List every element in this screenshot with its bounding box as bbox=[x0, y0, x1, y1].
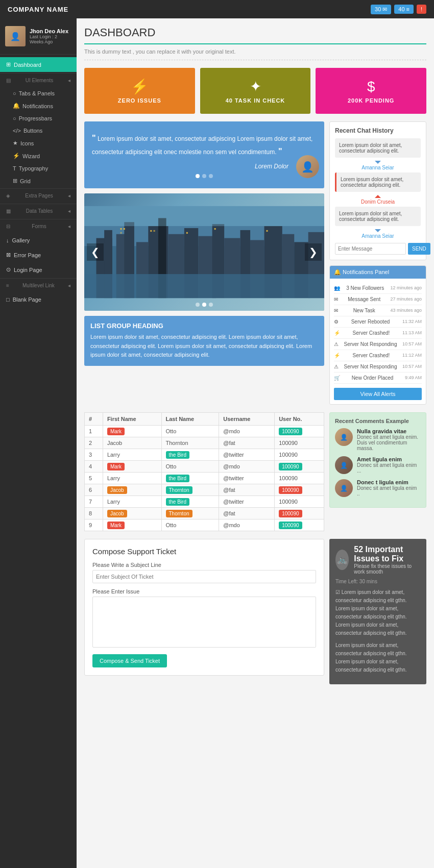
cell-lastname: Otto bbox=[161, 519, 219, 531]
tables-label: Data Tables bbox=[26, 208, 53, 214]
mail-icon-button[interactable]: 30 ✉ bbox=[371, 5, 391, 14]
sidebar-item-typography[interactable]: T Typography bbox=[0, 162, 77, 175]
sidebar-item-tabs[interactable]: ○ Tabs & Panels bbox=[0, 87, 77, 100]
top-header: COMPANY NAME 30 ✉ 40 ≡ ! bbox=[0, 0, 434, 18]
view-all-alerts-button[interactable]: View All Alerts bbox=[334, 388, 422, 400]
carousel-next[interactable]: ❯ bbox=[305, 243, 322, 261]
sidebar-section-multilevel[interactable]: ≡ Multilevel Link ◂ bbox=[0, 278, 77, 292]
sidebar-section-forms[interactable]: ⊟ Forms ◂ bbox=[0, 219, 77, 233]
notif-icon-5: ⚡ bbox=[334, 330, 340, 336]
sidebar-item-login[interactable]: ⊙ Login Page bbox=[0, 262, 77, 277]
sidebar-section-data-tables[interactable]: ▦ Data Tables ◂ bbox=[0, 204, 77, 218]
notif-icon-4: ⚙ bbox=[334, 319, 339, 325]
envelope-icon: ✉ bbox=[382, 6, 387, 13]
sidebar-section-ui-elements[interactable]: ▤ UI Elements ◂ bbox=[0, 73, 77, 87]
table-row: 6JacobThornton@fat100090 bbox=[85, 484, 324, 496]
chat-message-input[interactable] bbox=[335, 243, 406, 255]
sidebar-item-gallery[interactable]: ↓ Gallery bbox=[0, 233, 77, 247]
stat-card-pending: $ 200K PENDING bbox=[316, 68, 426, 114]
login-icon: ⊙ bbox=[6, 266, 11, 273]
col-header-userno: User No. bbox=[275, 413, 324, 426]
dot-1[interactable] bbox=[196, 174, 200, 178]
svg-rect-28 bbox=[266, 230, 268, 232]
sidebar-item-buttons[interactable]: </> Buttons bbox=[0, 125, 77, 137]
cell-lastname: Otto bbox=[161, 461, 219, 473]
carousel-dot-3[interactable] bbox=[209, 303, 213, 307]
sidebar-item-error[interactable]: ⊠ Error Page bbox=[0, 247, 77, 262]
stat-pending-label: 200K PENDING bbox=[348, 97, 394, 104]
cell-userno: 100090 bbox=[275, 508, 324, 519]
notif-time-5: 11:13 AM bbox=[402, 330, 422, 336]
arrow2-icon: ◂ bbox=[68, 193, 70, 199]
issues-title: 52 Important Issues to Fix bbox=[354, 545, 420, 563]
notifications-title: 🔔 Notifications Panel bbox=[330, 266, 426, 279]
sidebar-item-progressbars[interactable]: ○ Progressbars bbox=[0, 112, 77, 125]
alert-icon-button[interactable]: ! bbox=[417, 5, 426, 14]
carousel-dot-1[interactable] bbox=[196, 303, 200, 307]
list-icon-button[interactable]: 40 ≡ bbox=[394, 5, 414, 14]
bottom-row: Compose Support Ticket Please Write a Su… bbox=[84, 539, 426, 684]
notif-icon-1: 👥 bbox=[334, 285, 340, 291]
cell-username: @mdo bbox=[219, 461, 275, 473]
sidebar-item-grid[interactable]: ⊞ Grid bbox=[0, 175, 77, 187]
cell-lastname: Thornton bbox=[161, 484, 219, 496]
chat-text-1: Lorem ipsum dolor sit amet, consectetur … bbox=[339, 142, 417, 154]
notif-time-9: 9:49 AM bbox=[405, 375, 422, 381]
arrow-icon: ◂ bbox=[68, 78, 70, 83]
list-icon: ≡ bbox=[406, 6, 409, 12]
issue-textarea[interactable] bbox=[92, 597, 316, 648]
list-group-heading: LIST GROUP HEADING bbox=[90, 322, 318, 330]
chat-send-button[interactable]: SEND bbox=[408, 243, 430, 255]
bell-icon: 🔔 bbox=[334, 269, 341, 275]
progress-icon: ○ bbox=[13, 115, 16, 121]
wizard-icon: ⚡ bbox=[13, 153, 20, 159]
dollar-icon: $ bbox=[367, 79, 375, 95]
arrow4-icon: ◂ bbox=[68, 224, 70, 229]
col-header-num: # bbox=[85, 413, 103, 426]
ui-icon: ▤ bbox=[6, 78, 11, 83]
sidebar-item-wizard[interactable]: ⚡ Wizard bbox=[0, 150, 77, 162]
ui-label: UI Elements bbox=[26, 78, 53, 83]
cell-num: 6 bbox=[85, 484, 103, 496]
sidebar-item-notifications[interactable]: 🔔 Notifications bbox=[0, 100, 77, 112]
issues-section: 🚲 52 Important Issues to Fix Please fix … bbox=[329, 539, 426, 684]
sidebar-item-dashboard[interactable]: ⊞ Dashboard bbox=[0, 57, 77, 72]
chat-sender-3: Amanna Seiar bbox=[335, 233, 421, 239]
sidebar-item-blank[interactable]: □ Blank Page bbox=[0, 292, 77, 307]
notif-icon-2: ✉ bbox=[334, 296, 338, 302]
sidebar-section-extra-pages[interactable]: ◈ Extra Pages ◂ bbox=[0, 188, 77, 203]
cell-lastname: the Bird bbox=[161, 449, 219, 461]
buttons-icon: </> bbox=[13, 128, 21, 134]
comment-text-3: Donec sit amet ligula enim .. bbox=[357, 485, 421, 497]
notif-icon-6: ⚠ bbox=[334, 341, 339, 347]
cell-lastname: the Bird bbox=[161, 496, 219, 508]
progress-label: Progressbars bbox=[19, 115, 52, 121]
cell-userno: 100090 bbox=[275, 473, 324, 484]
carousel-dot-2[interactable] bbox=[202, 303, 206, 307]
sidebar-item-icons[interactable]: ★ Icons bbox=[0, 137, 77, 150]
comments-title: Recent Comments Example bbox=[335, 418, 421, 424]
chat-bubble-1: Lorem ipsum dolor sit amet, consectetur … bbox=[335, 138, 421, 158]
cell-firstname: Larry bbox=[103, 496, 161, 508]
dot-2[interactable] bbox=[202, 174, 206, 178]
carousel-prev[interactable]: ❮ bbox=[87, 243, 104, 261]
lightning-icon: ⚡ bbox=[131, 78, 149, 95]
notif-label: Notifications bbox=[22, 103, 53, 109]
cell-username: @twitter bbox=[219, 496, 275, 508]
cell-lastname: Thornton bbox=[161, 437, 219, 449]
comment-avatar-3: 👤 bbox=[335, 479, 353, 497]
cell-firstname: Mark bbox=[103, 426, 161, 437]
submit-ticket-button[interactable]: Compose & Send Ticket bbox=[92, 654, 167, 667]
subject-input[interactable] bbox=[92, 570, 316, 583]
ticket-title: Compose Support Ticket bbox=[92, 547, 316, 556]
chat-sender-2: Donim Cruseia bbox=[335, 199, 421, 205]
cell-username: @fat bbox=[219, 484, 275, 496]
testimonial-text: " Lorem ipsum dolor sit amet, consectetu… bbox=[92, 132, 317, 158]
header-icons: 30 ✉ 40 ≡ ! bbox=[371, 5, 426, 14]
grid-icon: ⊞ bbox=[13, 178, 17, 184]
chat-title: Recent Chat History bbox=[335, 127, 421, 134]
cell-username: @fat bbox=[219, 508, 275, 519]
buttons-label: Buttons bbox=[23, 128, 42, 134]
dot-3[interactable] bbox=[209, 174, 213, 178]
table-row: 2JacobThornton@fat100090 bbox=[85, 437, 324, 449]
